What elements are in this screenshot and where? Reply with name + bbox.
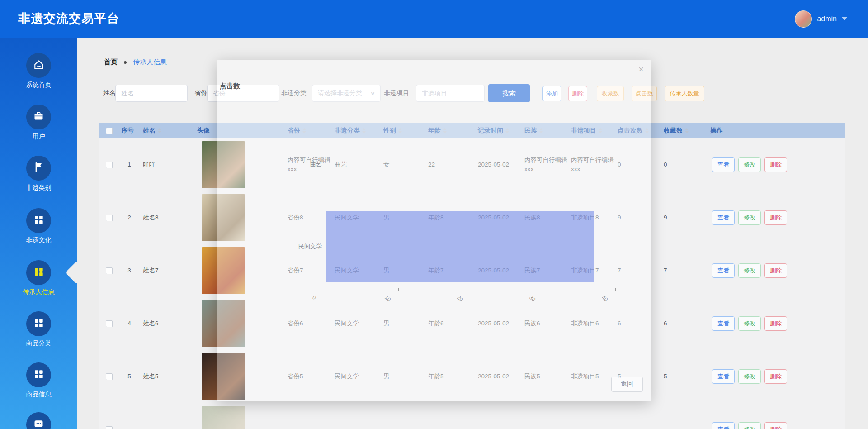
sidebar-item-label: 用户 (0, 133, 77, 141)
cell-index: 3 (118, 266, 140, 275)
sidebar-item-label: 非遗文化 (0, 236, 77, 244)
breadcrumb-current[interactable]: 传承人信息 (133, 58, 167, 67)
briefcase-icon (33, 110, 45, 124)
column-header-name[interactable]: 姓名 (140, 123, 194, 138)
cell-name: 姓名6 (140, 319, 194, 328)
table-row: 查看 修改 删除 (99, 403, 845, 429)
sidebar-item-users[interactable]: 用户 (0, 105, 77, 148)
row-checkbox[interactable] (106, 214, 113, 221)
inheritor-count-button[interactable]: 传承人数量 (665, 86, 704, 101)
sidebar-item-label: 传承人信息 (0, 288, 77, 296)
delete-button[interactable]: 删除 (764, 263, 787, 278)
y-axis-category-label: 民间文学 (285, 243, 322, 251)
view-button[interactable]: 查看 (712, 157, 735, 172)
cell-actions: 查看 修改 删除 (708, 210, 845, 225)
sort-carets-icon[interactable] (685, 128, 689, 133)
view-button[interactable]: 查看 (712, 369, 735, 384)
sidebar-item-product-category[interactable]: 商品分类 (0, 311, 77, 355)
cell-checkbox (99, 162, 118, 168)
delete-button[interactable]: 删除 (764, 157, 787, 172)
sidebar-item-product-info[interactable]: 商品信息 (0, 362, 77, 406)
x-axis-tick (615, 288, 616, 291)
app-title: 非遗交流交易平台 (18, 0, 119, 38)
back-button[interactable]: 返回 (611, 377, 643, 392)
sidebar-item-label: 非遗类别 (0, 184, 77, 192)
column-header-favorites[interactable]: 收藏数 (661, 123, 708, 138)
delete-button[interactable]: 删除 (764, 210, 787, 225)
user-avatar[interactable] (795, 10, 812, 28)
view-button[interactable]: 查看 (712, 316, 735, 331)
sidebar-item-inheritor-info[interactable]: 传承人信息 (0, 260, 77, 304)
edit-button[interactable]: 修改 (738, 316, 761, 331)
grid-icon (33, 214, 45, 228)
sidebar: 系统首页 用户 非遗类别 非遗文化 传承人信息 商品分类 商品信息 (0, 38, 77, 429)
cell-checkbox (99, 320, 118, 327)
row-checkbox[interactable] (106, 267, 113, 274)
y-axis-category-label: 曲艺 (285, 160, 322, 168)
avatar-image[interactable] (202, 406, 245, 429)
edit-button[interactable]: 修改 (738, 422, 761, 429)
cell-avatar (194, 406, 285, 429)
view-button[interactable]: 查看 (712, 263, 735, 278)
cell-favorites: 0 (661, 160, 708, 169)
sidebar-item-heritage-category[interactable]: 非遗类别 (0, 156, 77, 199)
cell-index: 5 (118, 372, 140, 381)
cell-checkbox (99, 214, 118, 221)
grid-icon (33, 317, 45, 331)
sidebar-item-heritage-culture[interactable]: 非遗文化 (0, 208, 77, 252)
x-axis-tick (543, 288, 543, 291)
cell-actions: 查看 修改 删除 (708, 157, 845, 172)
flag-icon (33, 161, 45, 175)
cell-name: 姓名7 (140, 266, 194, 275)
cell-checkbox (99, 373, 118, 380)
row-checkbox[interactable] (106, 373, 113, 380)
sort-carets-icon[interactable] (158, 128, 161, 133)
cell-index: 4 (118, 319, 140, 328)
x-axis-tick-label: 40 (600, 294, 609, 303)
edit-button[interactable]: 修改 (738, 210, 761, 225)
cell-name: 姓名5 (140, 372, 194, 381)
modal-title: 点击数 (220, 82, 240, 91)
chart-bar[interactable] (326, 211, 594, 282)
sidebar-item-label: 系统首页 (0, 81, 77, 89)
user-menu[interactable]: admin (795, 0, 847, 38)
x-axis-tick-label: 20 (456, 294, 464, 303)
view-button[interactable]: 查看 (712, 422, 735, 429)
edit-button[interactable]: 修改 (738, 263, 761, 278)
dots-icon (33, 418, 45, 429)
breadcrumb: 首页 传承人信息 (104, 58, 167, 67)
view-button[interactable]: 查看 (712, 210, 735, 225)
sidebar-item-label: 商品信息 (0, 391, 77, 399)
user-name: admin (817, 15, 837, 23)
delete-button[interactable]: 删除 (764, 316, 787, 331)
edit-button[interactable]: 修改 (738, 157, 761, 172)
cell-favorites: 6 (661, 319, 708, 328)
chevron-down-icon (842, 17, 847, 20)
cell-actions: 查看 修改 删除 (708, 263, 845, 278)
x-axis-tick-label: 30 (528, 294, 537, 303)
province-label: 省份 (194, 89, 207, 97)
row-checkbox[interactable] (106, 320, 113, 327)
delete-button[interactable]: 删除 (764, 422, 787, 429)
row-checkbox[interactable] (106, 426, 113, 429)
breadcrumb-home[interactable]: 首页 (104, 58, 118, 67)
delete-button[interactable]: 删除 (764, 369, 787, 384)
select-all-checkbox[interactable] (106, 128, 113, 134)
cell-favorites: 5 (661, 372, 708, 381)
app-window: 非遗交流交易平台 admin 系统首页 用户 非遗类别 非遗文化 传承人信息 商… (0, 0, 868, 429)
sidebar-item-home[interactable]: 系统首页 (0, 53, 77, 96)
sidebar-item-more[interactable] (0, 412, 77, 429)
cell-favorites: 7 (661, 266, 708, 275)
row-checkbox[interactable] (106, 162, 113, 168)
clicks-stats-modal: 点击数 × 010203040曲艺民间文学 返回 (217, 60, 651, 401)
sidebar-item-label: 商品分类 (0, 339, 77, 348)
cell-name: 姓名8 (140, 213, 194, 222)
column-header-actions: 操作 (708, 123, 845, 138)
close-icon[interactable]: × (638, 65, 644, 74)
column-header-index: 序号 (118, 123, 140, 138)
edit-button[interactable]: 修改 (738, 369, 761, 384)
grid-icon (33, 368, 45, 382)
name-input[interactable] (115, 85, 188, 102)
top-header: 非遗交流交易平台 admin (0, 0, 868, 38)
column-label: 序号 (121, 127, 134, 135)
